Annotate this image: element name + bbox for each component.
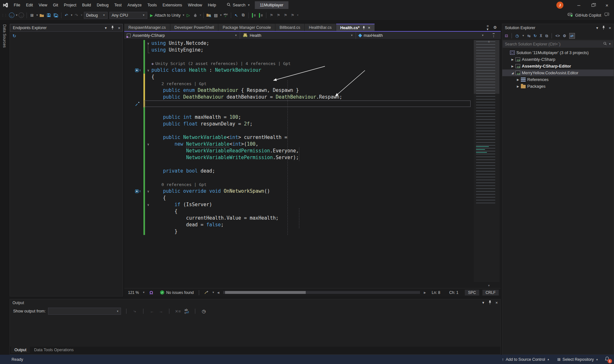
github-copilot-status[interactable]: GitHub Copilot — [568, 12, 601, 18]
minimap[interactable] — [474, 40, 499, 282]
filter-dropdown[interactable]: ▼ — [522, 34, 525, 37]
refresh-icon[interactable]: ↻ — [534, 34, 537, 38]
add-to-source-control-button[interactable]: ↑ Add to Source Control ▲ — [498, 355, 553, 364]
navigate-backward-button[interactable]: ← — [8, 12, 15, 19]
open-folder-button[interactable] — [38, 12, 45, 19]
close-panel-icon[interactable]: × — [609, 26, 611, 30]
navigate-forward-button[interactable]: → — [18, 12, 25, 19]
tree-item-packages[interactable]: ▶Packages — [502, 83, 614, 90]
select-pointer-button[interactable]: ↖ — [233, 12, 240, 19]
menu-debug[interactable]: Debug — [94, 0, 111, 10]
navbar-type-dropdown[interactable]: Health ▼ — [240, 32, 356, 39]
minimize-button[interactable]: ─ — [572, 0, 586, 10]
bottom-tab-output[interactable]: Output — [11, 347, 30, 353]
next-bookmark-button[interactable]: ⚑ — [282, 12, 289, 19]
close-panel-icon[interactable]: × — [118, 26, 120, 30]
pin-icon[interactable] — [111, 26, 114, 30]
solution-name-badge[interactable]: 11Multiplayer — [255, 1, 288, 9]
code-text[interactable]: new NetworkVariable<int>(100, — [151, 141, 258, 148]
send-feedback-icon[interactable] — [604, 12, 610, 18]
tree-item-solution-11multiplayer-3-of-3-projects[interactable]: Solution '11Multiplayer' (3 of 3 project… — [502, 49, 614, 56]
menu-extensions[interactable]: Extensions — [160, 0, 185, 10]
output-source-select[interactable]: ▼ — [48, 308, 121, 315]
tree-item-references[interactable]: ▶References — [502, 76, 614, 83]
previous-message-icon[interactable]: ← — [149, 309, 155, 314]
column-indicator[interactable]: Ch: 1 — [446, 290, 462, 295]
codelens-text[interactable]: ◈Unity Script (2 asset references) | 4 r… — [151, 60, 291, 67]
active-files-list-icon[interactable]: ≡▾ — [487, 24, 489, 31]
codelens-text[interactable]: 0 references | Gpt — [151, 181, 206, 188]
menu-edit[interactable]: Edit — [23, 0, 36, 10]
scrollbar-thumb[interactable] — [225, 291, 306, 294]
code-text[interactable]: public override void OnNetworkSpawn() — [151, 188, 270, 195]
decrease-indent-button[interactable]: ≡ — [250, 12, 257, 19]
menu-view[interactable]: View — [36, 0, 50, 10]
clear-bookmarks-button[interactable]: ⚑ — [289, 12, 296, 19]
code-text[interactable]: public class Health : NetworkBehaviour — [151, 67, 261, 74]
code-text[interactable]: public NetworkVariable<int> currentHealt… — [151, 134, 287, 141]
timestamp-icon[interactable]: ◷ — [200, 309, 207, 314]
solution-platform-select[interactable]: Any CPU▼ — [109, 12, 147, 19]
menu-project[interactable]: Project — [61, 0, 79, 10]
health-indicator[interactable]: ✓ No issues found — [160, 290, 194, 295]
minimap-viewport[interactable] — [474, 40, 499, 94]
code-text[interactable]: NetworkVariableWritePermission.Server); — [151, 154, 299, 161]
output-content[interactable] — [10, 316, 500, 347]
code-text[interactable]: currentHealth.Value = maxHealth; — [151, 215, 279, 222]
tree-item-assembly-csharp[interactable]: ▶Assembly-CSharp — [502, 56, 614, 63]
code-text[interactable]: public float respawnDelay = 2f; — [151, 121, 253, 127]
hot-reload-dropdown[interactable]: ▼ — [199, 14, 202, 17]
editor-tab-developer-powershell[interactable]: Developer PowerShell — [170, 24, 218, 31]
solution-search-input[interactable]: Search Solution Explorer (Ctrl+`) ▼ — [503, 40, 613, 48]
menu-git[interactable]: Git — [50, 0, 61, 10]
expander-collapsed-icon[interactable]: ▶ — [516, 85, 520, 88]
menu-tools[interactable]: Tools — [145, 0, 160, 10]
bottom-tab-data-tools-operations[interactable]: Data Tools Operations — [31, 347, 77, 353]
window-position-icon[interactable]: ▼ — [482, 301, 485, 304]
properties-icon[interactable]: ⚙ — [563, 34, 566, 38]
save-button[interactable] — [45, 12, 53, 19]
navigate-backward-dropdown[interactable]: ▼ — [15, 14, 18, 17]
window-layout-dropdown[interactable]: ▼ — [220, 14, 222, 17]
fold-region-toggle[interactable]: ∨ — [145, 141, 151, 148]
code-text[interactable]: if (IsServer) — [151, 201, 212, 208]
menu-window[interactable]: Window — [185, 0, 205, 10]
notifications-button[interactable]: 1 — [605, 356, 610, 362]
code-text[interactable]: using Unity.Netcode; — [151, 40, 209, 47]
code-text[interactable]: { — [151, 74, 154, 80]
fold-region-toggle[interactable]: ∨ — [145, 188, 151, 195]
increase-indent-button[interactable]: ≡ — [257, 12, 264, 19]
global-search[interactable]: Search ▼ — [227, 3, 250, 8]
tree-item-merryyellow-codeassist-editor[interactable]: ◢MerryYellow.CodeAssist.Editor — [502, 69, 614, 76]
close-panel-icon[interactable]: × — [495, 300, 498, 305]
menu-analyze[interactable]: Analyze — [125, 0, 144, 10]
codeassist-suggestion-icon[interactable] — [135, 69, 139, 72]
redo-button[interactable]: ↷ — [73, 12, 80, 19]
select-repository-button[interactable]: ⊞ Select Repository ▲ — [554, 355, 602, 364]
start-without-debugging-button[interactable]: ▷ — [185, 12, 192, 19]
save-all-button[interactable] — [53, 12, 60, 19]
scroll-left-arrow[interactable]: ◀ — [217, 291, 219, 294]
new-project-dropdown[interactable]: ▼ — [36, 14, 38, 17]
refresh-endpoints-icon[interactable]: ↻ — [12, 33, 16, 38]
horizontal-scrollbar[interactable] — [223, 291, 420, 294]
window-layout-button[interactable]: ▤ — [212, 12, 219, 19]
pin-icon[interactable] — [602, 26, 605, 30]
fold-region-toggle[interactable]: ∨ — [145, 40, 151, 47]
code-text[interactable]: public DeathBehaviour deathBehaviour = D… — [151, 94, 342, 101]
code-text[interactable]: public enum DeathBehaviour { Respawn, De… — [151, 87, 299, 94]
bookmarks-dropdown[interactable]: ▼ — [296, 14, 299, 17]
code-text[interactable]: dead = false; — [151, 222, 224, 228]
switch-views-icon[interactable]: ⊟ — [505, 34, 508, 38]
code-cleanup-dropdown[interactable]: ▼ — [212, 291, 214, 294]
new-project-button[interactable]: ⊞ — [28, 12, 36, 19]
previous-bookmark-button[interactable]: ⚑ — [275, 12, 282, 19]
scroll-right-arrow[interactable]: ▶ — [424, 291, 426, 294]
codelens-text[interactable]: 2 references | Gpt — [151, 80, 206, 87]
collapse-all-icon[interactable]: ⊼ — [540, 34, 543, 38]
window-position-icon[interactable]: ▼ — [104, 26, 108, 30]
menu-help[interactable]: Help — [205, 0, 219, 10]
pending-changes-filter-icon[interactable]: ◷ — [515, 34, 519, 38]
find-message-in-code-icon[interactable]: ⤷ — [132, 309, 138, 314]
sync-namespaces-icon[interactable]: ⇆ — [527, 34, 530, 38]
